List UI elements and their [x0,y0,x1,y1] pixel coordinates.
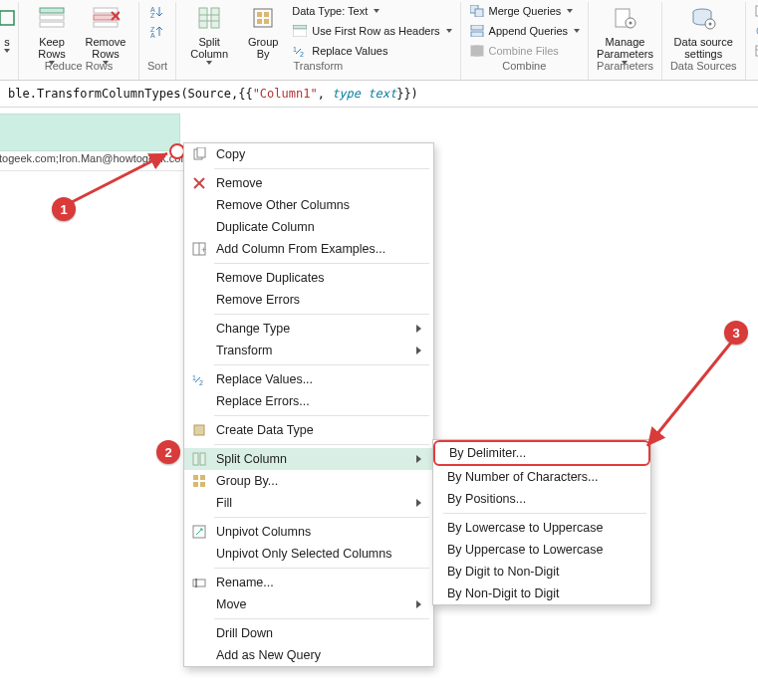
group-by-button[interactable]: Group By [238,2,288,60]
submenu-upper-to-lower[interactable]: By Uppercase to Lowercase [433,539,650,561]
menu-unpivot-selected[interactable]: Unpivot Only Selected Columns [184,543,433,565]
submenu-by-num-chars[interactable]: By Number of Characters... [433,466,650,488]
svg-text:+: + [201,245,206,255]
menu-add-from-examples[interactable]: +Add Column From Examples... [184,238,433,260]
replace-values-button[interactable]: 12 Replace Values [292,42,451,60]
svg-rect-0 [0,11,14,25]
remove-rows-button[interactable]: Remove Rows [81,2,130,65]
svg-rect-2 [40,15,64,20]
menu-remove-duplicates[interactable]: Remove Duplicates [184,267,433,289]
group-combine: Merge Queries Append Queries Combine Fil… [461,2,590,80]
svg-rect-56 [200,453,205,465]
svg-rect-19 [264,12,269,17]
menu-unpivot[interactable]: Unpivot Columns [184,521,433,543]
callout-1: 1 [52,197,76,221]
split-column-icon [190,451,208,467]
manage-parameters-button[interactable]: Manage Parameters [600,2,649,65]
menu-group-by[interactable]: Group By... [184,470,433,492]
recent-icon [754,23,758,39]
recent-sources-button[interactable]: Rec [754,22,758,40]
keep-rows-button[interactable]: Keep Rows [27,2,77,65]
svg-rect-59 [193,482,198,487]
submenu-non-to-digit[interactable]: By Non-Digit to Digit [433,583,650,604]
remove-icon [190,175,208,191]
submenu-by-delimiter[interactable]: By Delimiter... [433,440,650,466]
split-column-icon [193,2,225,34]
svg-rect-14 [211,8,219,28]
add-column-icon: + [190,241,208,257]
svg-rect-46 [197,147,205,157]
context-menu: Copy Remove Remove Other Columns Duplica… [183,142,434,667]
menu-remove-other[interactable]: Remove Other Columns [184,194,433,216]
data-type-selector[interactable]: Data Type: Text [292,2,451,20]
submenu-by-positions[interactable]: By Positions... [433,488,650,510]
sort-asc-icon: AZ [149,3,165,19]
parameters-icon [609,2,640,34]
group-label: Parameters [597,60,653,72]
data-grid-area: togeek.com;Iron.Man@howtogeek.com 1 Copy… [0,108,758,171]
menu-change-type[interactable]: Change Type [184,318,433,340]
first-row-headers-button[interactable]: Use First Row as Headers [292,22,451,40]
submenu-arrow-icon [416,499,421,507]
enter-data-button[interactable]: Ent [754,42,758,60]
svg-rect-58 [200,475,205,480]
group-label: Reduce Rows [45,60,113,72]
new-source-button[interactable]: Nev [754,2,758,20]
rename-icon [190,575,208,590]
svg-point-37 [709,23,712,26]
svg-rect-13 [199,8,207,28]
group-sort: AZ ZA Sort [139,2,176,80]
svg-text:Z: Z [150,12,155,18]
menu-transform[interactable]: Transform [184,340,433,361]
menu-duplicate[interactable]: Duplicate Column [184,216,433,238]
menu-fill[interactable]: Fill [184,492,433,514]
menu-remove[interactable]: Remove [184,172,433,194]
svg-rect-4 [94,8,118,13]
group-data-sources: Data source settings Data Sources [662,2,746,80]
svg-rect-60 [200,482,205,487]
menu-remove-errors[interactable]: Remove Errors [184,289,433,311]
svg-rect-20 [257,19,262,24]
svg-rect-29 [471,32,483,37]
chevron-down-icon [446,29,452,33]
menu-rename[interactable]: Rename... [184,572,433,593]
split-column-button[interactable]: Split Column [184,2,234,65]
merge-queries-button[interactable]: Merge Queries [469,2,581,20]
group-by-icon [190,473,208,489]
menu-replace-errors[interactable]: Replace Errors... [184,390,433,412]
sort-asc-button[interactable]: AZ [149,2,165,20]
data-source-icon [687,2,719,34]
menu-drill-down[interactable]: Drill Down [184,622,433,644]
menu-add-new-query[interactable]: Add as New Query [184,644,433,666]
menu-create-data-type[interactable]: Create Data Type [184,419,433,441]
submenu-arrow-icon [416,325,421,333]
copy-icon [190,146,208,162]
combine-files-button: Combine Files [469,42,581,60]
new-source-icon [754,3,758,19]
submenu-digit-to-non[interactable]: By Digit to Non-Digit [433,561,650,583]
column-header[interactable] [0,114,180,151]
submenu-lower-to-upper[interactable]: By Lowercase to Uppercase [433,517,650,539]
svg-rect-3 [40,22,64,27]
svg-rect-17 [254,9,272,27]
menu-copy[interactable]: Copy [184,143,433,165]
formula-bar[interactable]: ble.TransformColumnTypes(Source,{{"Colum… [0,81,758,108]
menu-replace-values[interactable]: 12Replace Values... [184,368,433,390]
svg-text:1: 1 [192,374,196,381]
table-header-icon [292,23,308,39]
enter-data-icon [754,43,758,59]
stub-button[interactable]: s [0,2,14,53]
sort-desc-button[interactable]: ZA [149,22,165,40]
data-source-settings-button[interactable]: Data source settings [678,2,728,60]
chevron-down-icon [574,29,580,33]
svg-rect-23 [293,29,307,37]
svg-rect-21 [264,19,269,24]
append-queries-button[interactable]: Append Queries [469,22,581,40]
menu-move[interactable]: Move [184,593,433,615]
svg-text:1: 1 [293,46,297,53]
svg-rect-54 [194,425,204,435]
menu-split-column[interactable]: Split Column [184,448,433,470]
chevron-down-icon [374,9,379,13]
svg-rect-18 [257,12,262,17]
data-type-icon [190,422,208,438]
